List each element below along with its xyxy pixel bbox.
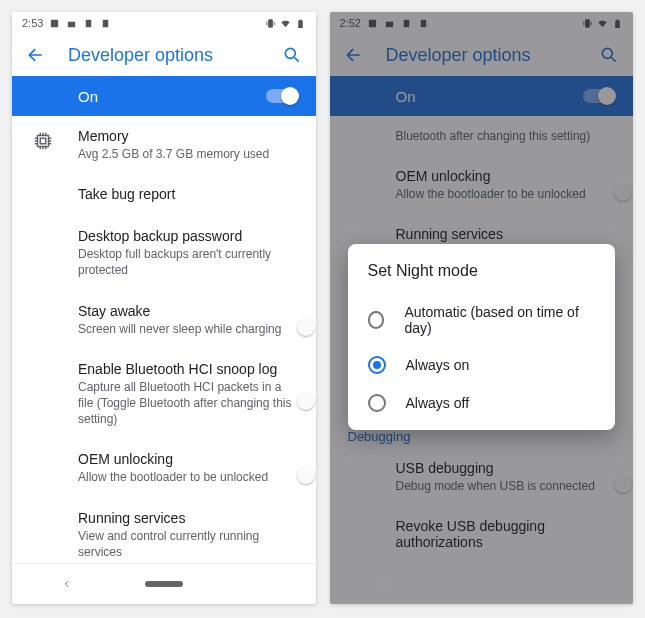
master-toggle-label: On <box>78 88 98 105</box>
item-title: Take bug report <box>78 186 298 202</box>
back-arrow-icon[interactable] <box>26 45 46 65</box>
svg-rect-0 <box>51 19 58 26</box>
item-subtitle: Capture all Bluetooth HCI packets in a f… <box>78 379 298 428</box>
radio-button[interactable] <box>368 394 386 412</box>
item-subtitle: Screen will never sleep while charging <box>78 321 298 337</box>
phone-left: 2:53 Developer options On MemoryAvg 2.5 … <box>12 12 316 604</box>
nav-back-icon[interactable] <box>62 579 72 589</box>
option-label: Always on <box>406 357 470 373</box>
settings-item[interactable]: Desktop backup passwordDesktop full back… <box>12 216 316 290</box>
status-bar: 2:53 <box>12 12 316 34</box>
option-label: Always off <box>406 395 470 411</box>
settings-item[interactable]: Stay awakeScreen will never sleep while … <box>12 291 316 349</box>
night-mode-dialog: Set Night mode Automatic (based on time … <box>348 244 616 430</box>
svg-rect-3 <box>40 138 46 144</box>
item-subtitle: Avg 2.5 GB of 3.7 GB memory used <box>78 146 298 162</box>
wifi-icon <box>280 18 291 29</box>
status-icon <box>66 18 77 29</box>
item-title: Desktop backup password <box>78 228 298 244</box>
nav-home-pill[interactable] <box>145 581 183 587</box>
status-icon <box>100 18 111 29</box>
item-subtitle: Desktop full backups aren't currently pr… <box>78 246 298 278</box>
item-subtitle: Allow the bootloader to be unlocked <box>78 469 298 485</box>
master-switch[interactable] <box>266 89 298 103</box>
status-icon <box>49 18 60 29</box>
battery-icon <box>295 18 306 29</box>
settings-item[interactable]: OEM unlockingAllow the bootloader to be … <box>12 439 316 497</box>
radio-button[interactable] <box>368 311 385 329</box>
dialog-option[interactable]: Always off <box>368 384 596 422</box>
item-title: Running services <box>78 510 298 526</box>
item-subtitle: View and control currently running servi… <box>78 528 298 560</box>
dialog-option[interactable]: Automatic (based on time of day) <box>368 294 596 346</box>
svg-rect-2 <box>38 136 49 147</box>
option-label: Automatic (based on time of day) <box>404 304 595 336</box>
svg-point-1 <box>285 48 295 58</box>
radio-button[interactable] <box>368 356 386 374</box>
memory-icon <box>32 130 54 152</box>
master-toggle-bar[interactable]: On <box>12 76 316 116</box>
item-title: OEM unlocking <box>78 451 298 467</box>
page-title: Developer options <box>68 45 260 66</box>
settings-list[interactable]: MemoryAvg 2.5 GB of 3.7 GB memory usedTa… <box>12 116 316 563</box>
item-title: Memory <box>78 128 298 144</box>
settings-item[interactable]: Take bug report <box>12 174 316 216</box>
settings-item[interactable]: Enable Bluetooth HCI snoop logCapture al… <box>12 349 316 440</box>
status-icon <box>83 18 94 29</box>
clock: 2:53 <box>22 17 43 29</box>
dialog-title: Set Night mode <box>368 262 596 280</box>
vibrate-icon <box>265 18 276 29</box>
search-icon[interactable] <box>282 45 302 65</box>
phone-right: 2:52 Developer options On Bluetooth afte… <box>330 12 634 604</box>
settings-item[interactable]: MemoryAvg 2.5 GB of 3.7 GB memory used <box>12 116 316 174</box>
item-title: Stay awake <box>78 303 298 319</box>
settings-item[interactable]: Running servicesView and control current… <box>12 498 316 564</box>
dialog-option[interactable]: Always on <box>368 346 596 384</box>
nav-bar <box>12 563 316 604</box>
item-title: Enable Bluetooth HCI snoop log <box>78 361 298 377</box>
toolbar: Developer options <box>12 34 316 76</box>
